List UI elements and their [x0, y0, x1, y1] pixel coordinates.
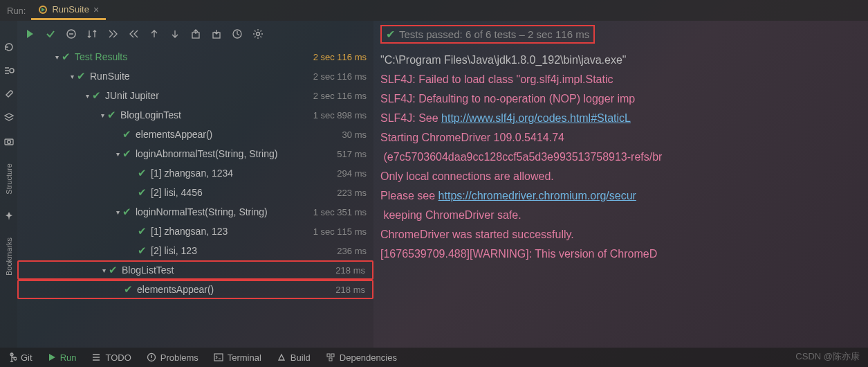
test-pass-icon: ✔ [124, 283, 133, 296]
test-node[interactable]: ✔[2] lisi, 123236 ms [17, 241, 373, 260]
chevron-down-icon[interactable]: ▾ [99, 267, 109, 274]
chevron-down-icon[interactable]: ▾ [82, 92, 92, 100]
test-duration: 294 ms [337, 168, 367, 179]
next-icon[interactable] [169, 28, 181, 39]
expand-icon[interactable] [107, 28, 118, 39]
test-pass-icon: ✔ [122, 128, 131, 141]
chevron-down-icon[interactable]: ▾ [52, 53, 62, 61]
test-name: loginNormalTest(String, String) [136, 206, 313, 217]
test-duration: 2 sec 116 ms [313, 91, 367, 101]
test-node[interactable]: ▾✔RunSuite2 sec 116 ms [17, 66, 373, 86]
test-duration: 517 ms [337, 149, 367, 159]
chevron-down-icon[interactable]: ▾ [67, 73, 77, 80]
test-node[interactable]: ▾✔JUnit Jupiter2 sec 116 ms [17, 86, 373, 105]
console-link[interactable]: http://www.slf4j.org/codes.html#StaticL [441, 112, 631, 124]
test-name: elementsAppear() [136, 129, 342, 140]
test-pass-icon: ✔ [138, 167, 147, 179]
svg-rect-13 [329, 358, 332, 361]
run-tab[interactable]: RunSuite × [31, 1, 106, 20]
test-pass-icon: ✔ [109, 264, 118, 276]
test-pass-icon: ✔ [138, 244, 147, 257]
test-node[interactable]: ✔elementsAppear()30 ms [17, 125, 373, 144]
console-line: SLF4J: See http://www.slf4j.org/codes.ht… [380, 109, 861, 128]
console-output[interactable]: "C:\Program Files\Java\jdk1.8.0_192\bin\… [373, 48, 868, 348]
deps-tab[interactable]: Dependencies [326, 352, 397, 363]
test-duration: 2 sec 116 ms [313, 52, 367, 62]
test-name: BlogListTest [122, 265, 335, 276]
tests-status: ✔ Tests passed: 6 of 6 tests – 2 sec 116… [380, 25, 595, 44]
tests-status-text: Tests passed: 6 of 6 tests – 2 sec 116 m… [399, 28, 589, 40]
structure-label[interactable]: Structure [5, 163, 13, 195]
close-icon[interactable]: × [93, 4, 99, 15]
console-line: Only local connections are allowed. [380, 167, 861, 186]
test-duration: 236 ms [337, 246, 367, 256]
sort-icon[interactable] [86, 28, 98, 39]
pin-icon[interactable] [4, 211, 14, 221]
test-duration: 2 sec 116 ms [313, 71, 367, 82]
test-toolbar [17, 21, 373, 47]
console-link[interactable]: https://chromedriver.chromium.org/secur [438, 190, 636, 202]
console-line: ChromeDriver was started successfully. [380, 225, 861, 244]
problems-tab[interactable]: Problems [147, 352, 198, 363]
test-duration: 30 ms [342, 129, 367, 140]
wrench-icon[interactable] [3, 89, 15, 100]
terminal-tab[interactable]: Terminal [214, 352, 261, 363]
show-passed-icon[interactable] [45, 28, 56, 39]
svg-point-8 [257, 33, 260, 36]
bookmarks-label[interactable]: Bookmarks [5, 238, 13, 276]
test-node[interactable]: ▾✔BlogListTest218 ms [17, 260, 373, 280]
test-node[interactable]: ✔[2] lisi, 4456223 ms [17, 183, 373, 202]
todo-tab[interactable]: TODO [91, 352, 131, 363]
test-name: [1] zhangsan, 1234 [151, 168, 337, 179]
export-icon[interactable] [190, 28, 201, 39]
test-name: Test Results [75, 51, 313, 62]
chevron-down-icon[interactable]: ▾ [98, 111, 107, 119]
watermark: CSDN @陈亦康 [795, 350, 860, 363]
console-line: keeping ChromeDriver safe. [380, 206, 861, 225]
test-duration: 218 ms [335, 285, 365, 295]
run-icon[interactable] [24, 28, 35, 39]
test-tree[interactable]: ▾✔Test Results2 sec 116 ms▾✔RunSuite2 se… [17, 47, 373, 348]
test-pass-icon: ✔ [77, 70, 86, 82]
test-node[interactable]: ✔[1] zhangsan, 1231 sec 115 ms [17, 222, 373, 241]
rerun-icon[interactable] [3, 42, 15, 53]
toggle-icon[interactable] [3, 65, 15, 76]
test-duration: 218 ms [335, 265, 365, 276]
svg-rect-10 [214, 354, 223, 361]
chevron-down-icon[interactable]: ▾ [113, 208, 122, 216]
collapse-icon[interactable] [128, 28, 139, 39]
import-icon[interactable] [211, 28, 222, 39]
run-tab-bottom[interactable]: Run [48, 352, 77, 363]
history-icon[interactable] [232, 28, 243, 39]
prev-icon[interactable] [149, 28, 160, 39]
test-duration: 1 sec 898 ms [313, 110, 367, 120]
build-tab[interactable]: Build [277, 352, 311, 363]
svg-point-3 [7, 141, 10, 144]
gear-icon[interactable] [252, 28, 264, 39]
console-line: SLF4J: Failed to load class "org.slf4j.i… [380, 70, 861, 89]
svg-rect-11 [327, 354, 330, 357]
test-name: BlogLoginTest [120, 109, 313, 120]
console-line: Starting ChromeDriver 109.0.5414.74 [380, 128, 861, 147]
test-name: [2] lisi, 4456 [151, 187, 337, 198]
run-panel-label: Run: [7, 6, 26, 16]
test-node[interactable]: ✔[1] zhangsan, 1234294 ms [17, 163, 373, 183]
test-duration: 1 sec 351 ms [313, 207, 367, 217]
chevron-down-icon[interactable]: ▾ [113, 150, 122, 158]
show-ignored-icon[interactable] [66, 28, 77, 39]
test-node[interactable]: ▾✔loginAbnormalTest(String, String)517 m… [17, 144, 373, 163]
test-pass-icon: ✔ [92, 89, 101, 102]
camera-icon[interactable] [3, 136, 15, 147]
test-name: elementsAppear() [137, 284, 335, 295]
test-duration: 223 ms [337, 188, 367, 198]
test-pass-icon: ✔ [107, 109, 116, 121]
git-tab[interactable]: Git [7, 352, 33, 363]
console-line: Please see https://chromedriver.chromium… [380, 186, 861, 206]
test-node[interactable]: ✔elementsAppear()218 ms [17, 280, 373, 299]
test-pass-icon: ✔ [122, 147, 131, 160]
test-node[interactable]: ▾✔BlogLoginTest1 sec 898 ms [17, 105, 373, 125]
layers-icon[interactable] [3, 112, 15, 123]
test-name: loginAbnormalTest(String, String) [136, 148, 337, 159]
test-node[interactable]: ▾✔Test Results2 sec 116 ms [17, 47, 373, 66]
test-node[interactable]: ▾✔loginNormalTest(String, String)1 sec 3… [17, 202, 373, 222]
